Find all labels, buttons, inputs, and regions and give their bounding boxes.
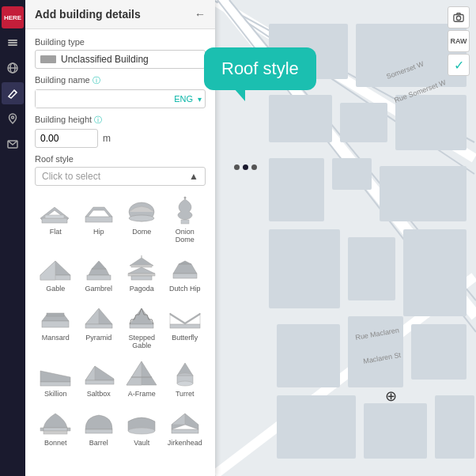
roof-img-stepped-gable	[123, 301, 161, 333]
globe-icon[interactable]	[2, 57, 24, 79]
roof-img-mansard	[36, 301, 74, 333]
svg-point-46	[129, 215, 154, 221]
building-height-input[interactable]	[35, 129, 98, 148]
svg-marker-62	[173, 264, 197, 274]
svg-rect-2	[8, 44, 17, 46]
roof-label-jirkenhead: Jirkenhead	[168, 440, 202, 448]
svg-rect-55	[87, 275, 111, 280]
building-type-label: Building type	[35, 37, 206, 47]
svg-rect-89	[43, 428, 67, 431]
building-type-color	[40, 55, 56, 63]
left-toolbar: HERE	[0, 0, 25, 476]
roof-img-pagoda	[123, 252, 161, 284]
check-icon: ✓	[454, 58, 464, 73]
here-logo[interactable]: HERE	[2, 6, 24, 28]
roof-label-vault: Vault	[134, 440, 149, 448]
roof-item-hip[interactable]: Hip	[78, 192, 120, 247]
svg-marker-83	[127, 361, 142, 385]
roof-item-pagoda[interactable]: Pagoda	[121, 249, 163, 297]
svg-rect-44	[85, 217, 112, 222]
svg-rect-32	[364, 403, 427, 459]
roof-label-stepped-gable: Stepped Gable	[123, 334, 161, 350]
svg-rect-57	[131, 265, 152, 267]
svg-marker-77	[40, 371, 70, 382]
language-selector[interactable]: ENG	[169, 91, 198, 107]
check-button[interactable]: ✓	[448, 54, 470, 76]
roof-item-barrel[interactable]: Barrel	[78, 403, 120, 451]
roof-item-dome[interactable]: Dome	[121, 192, 163, 247]
building-height-row: m	[35, 129, 206, 148]
svg-rect-64	[173, 274, 197, 278]
roof-label-skillion: Skillion	[44, 391, 67, 399]
svg-rect-70	[85, 324, 112, 328]
roof-label-dome: Dome	[132, 229, 151, 236]
svg-rect-47	[181, 220, 189, 224]
svg-rect-20	[340, 103, 387, 142]
building-name-input[interactable]	[36, 90, 169, 108]
building-name-label: Building name ⓘ	[35, 75, 206, 86]
roof-img-dutch-hip	[166, 252, 204, 284]
svg-rect-22	[269, 158, 324, 221]
svg-marker-54	[92, 261, 106, 269]
roof-img-gambrel	[80, 252, 118, 284]
svg-marker-52	[40, 261, 55, 280]
roof-img-jirkenhead	[166, 406, 204, 438]
svg-marker-94	[172, 414, 185, 425]
roof-label-gable: Gable	[46, 285, 65, 293]
svg-point-88	[177, 381, 193, 386]
raw-label: RAW	[451, 37, 467, 45]
roof-item-saltbox[interactable]: Saltbox	[78, 354, 120, 402]
roof-item-dutch-hip[interactable]: Dutch Hip	[164, 249, 206, 297]
svg-rect-90	[43, 431, 67, 434]
svg-rect-67	[42, 321, 69, 327]
svg-rect-33	[435, 395, 474, 459]
roof-item-bonnet[interactable]: Bonnet	[35, 403, 77, 451]
roof-label-pagoda: Pagoda	[130, 285, 154, 293]
roof-label-a-frame: A-Frame	[128, 391, 156, 399]
location-icon[interactable]	[2, 108, 24, 130]
roof-item-mansard[interactable]: Mansard	[35, 298, 77, 353]
roof-item-flat[interactable]: Flat	[35, 192, 77, 247]
svg-marker-63	[179, 261, 191, 264]
envelope-icon[interactable]	[2, 133, 24, 155]
roof-img-a-frame	[123, 357, 161, 389]
roof-item-jirkenhead[interactable]: Jirkenhead	[164, 403, 206, 451]
svg-rect-59	[128, 274, 155, 276]
roof-item-turret[interactable]: Turret	[164, 354, 206, 402]
svg-rect-91	[85, 429, 112, 433]
svg-rect-60	[131, 276, 152, 280]
svg-rect-66	[47, 313, 64, 316]
roof-item-gable[interactable]: Gable	[35, 249, 77, 297]
svg-point-49	[183, 197, 186, 199]
chevron-up-icon: ▲	[189, 171, 198, 182]
dot-1	[234, 164, 240, 170]
raw-button[interactable]: RAW	[448, 30, 470, 52]
svg-point-92	[128, 428, 155, 434]
roof-item-skillion[interactable]: Skillion	[35, 354, 77, 402]
roof-item-butterfly[interactable]: Butterfly	[164, 298, 206, 353]
roof-item-vault[interactable]: Vault	[121, 403, 163, 451]
roof-label-dutch-hip: Dutch Hip	[169, 285, 201, 293]
roof-img-dome	[123, 195, 161, 227]
roof-style-grid: Flat Hip	[35, 192, 206, 451]
roof-label-turret: Turret	[176, 391, 195, 399]
roof-item-pyramid[interactable]: Pyramid	[78, 298, 120, 353]
roof-img-turret	[166, 357, 204, 389]
svg-rect-72	[130, 324, 153, 328]
building-type-input[interactable]	[61, 54, 200, 65]
svg-marker-53	[89, 269, 109, 275]
roof-item-a-frame[interactable]: A-Frame	[121, 354, 163, 402]
roof-item-gambrel[interactable]: Gambrel	[78, 249, 120, 297]
photo-button[interactable]	[448, 6, 470, 28]
building-name-field[interactable]: ENG ▾	[35, 89, 206, 108]
lang-chevron-icon[interactable]: ▾	[198, 95, 205, 104]
back-button[interactable]: ←	[195, 8, 206, 21]
svg-rect-28	[277, 324, 340, 387]
roof-item-stepped-gable[interactable]: Stepped Gable	[121, 298, 163, 353]
roof-img-barrel	[80, 406, 118, 438]
roof-style-select[interactable]: Click to select ▲	[35, 167, 206, 186]
roof-item-onion-dome[interactable]: Onion Dome	[164, 192, 206, 247]
building-type-field[interactable]	[35, 50, 206, 69]
edit-icon[interactable]	[2, 82, 24, 104]
layers-icon[interactable]	[2, 32, 24, 54]
